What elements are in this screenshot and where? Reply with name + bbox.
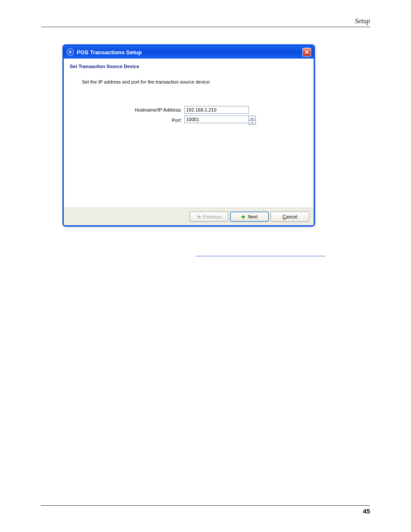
port-spin-up[interactable]: ▲ — [249, 115, 256, 120]
hostname-input[interactable] — [184, 106, 249, 114]
port-input[interactable] — [184, 115, 249, 123]
wizard-step-title: Set Transaction Source Device — [70, 64, 308, 69]
hostname-row: Hostname/IP Address: — [113, 106, 308, 114]
next-label: Next — [248, 214, 258, 219]
dialog-container: ⌖ POS Transactions Setup Set Transaction… — [62, 44, 370, 227]
link-underline — [196, 248, 325, 256]
page-header: Setup — [41, 17, 370, 27]
wizard-instruction: Set the IP address and port for the tran… — [82, 79, 308, 84]
port-spinner: ▲ ▼ — [184, 115, 256, 125]
page-number: 45 — [363, 507, 370, 515]
hidden-body-text — [62, 248, 366, 256]
arrow-right-icon — [241, 215, 246, 219]
close-button[interactable] — [302, 48, 311, 56]
port-label: Port: — [113, 118, 184, 123]
dialog-titlebar[interactable]: ⌖ POS Transactions Setup — [64, 46, 314, 59]
port-row: Port: ▲ ▼ — [113, 115, 308, 125]
previous-label: Previous — [203, 214, 221, 219]
cancel-button[interactable]: Cancel — [271, 212, 309, 222]
port-spin-down[interactable]: ▼ — [249, 120, 256, 125]
dialog-title: POS Transactions Setup — [77, 49, 142, 56]
page-footer: 45 — [41, 505, 370, 515]
app-icon: ⌖ — [66, 48, 74, 56]
dialog-footer: Previous Next Cancel — [64, 208, 314, 225]
pos-transactions-setup-dialog: ⌖ POS Transactions Setup Set Transaction… — [62, 44, 315, 227]
next-button[interactable]: Next — [230, 212, 269, 222]
hostname-label: Hostname/IP Address: — [113, 107, 184, 112]
dialog-body: Set Transaction Source Device Set the IP… — [64, 59, 314, 208]
cancel-label: Cancel — [283, 214, 297, 219]
previous-button: Previous — [190, 212, 228, 222]
arrow-left-icon — [196, 215, 201, 219]
close-icon — [305, 50, 309, 54]
